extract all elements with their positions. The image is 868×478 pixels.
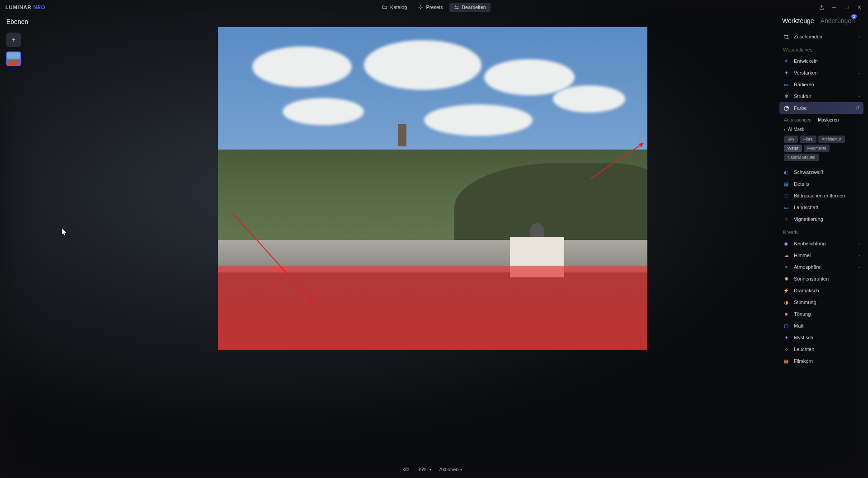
nav-bearbeiten[interactable]: Bearbeiten [449,3,491,12]
modified-dot: • [859,242,860,246]
develop-icon: ☀ [783,58,789,64]
tool-radieren[interactable]: ▭ Radieren [779,79,863,90]
add-layer-button[interactable]: + [6,33,21,47]
tool-label: Vignettierung [794,216,823,222]
tool-label: Stimmung [794,300,816,305]
chip-flora[interactable]: Flora [800,136,816,143]
chip-natural-ground[interactable]: Natural Ground [784,154,819,161]
cloud [553,85,625,112]
nav-katalog[interactable]: Katalog [377,3,411,12]
chip-sky[interactable]: Sky [784,136,798,143]
nav-presets-label: Presets [426,5,443,10]
tool-landschaft[interactable]: ▭ Landschaft [779,202,863,213]
tool-matt[interactable]: ▢ Matt [779,320,863,332]
maximize-button[interactable]: □ [844,4,850,10]
tab-werkzeuge[interactable]: Werkzeuge [782,17,814,24]
color-icon [783,105,789,111]
image-canvas[interactable] [218,27,647,350]
topbar: LUMINAR NEO Katalog Presets Bearbeiten ─… [0,0,868,14]
tool-sonnenstrahlen[interactable]: ✺ Sonnenstrahlen [779,273,863,285]
tool-entwickeln[interactable]: ☀ Entwickeln [779,55,863,67]
canvas-area: 35% ▾ Aktionen ▾ [88,14,778,478]
tool-label: Struktur [794,94,811,99]
share-icon[interactable] [818,4,825,10]
tool-vignettierung[interactable]: ○ Vignettierung [779,213,863,225]
actions-menu[interactable]: Aktionen ▾ [439,467,462,472]
logo-suffix: NEO [33,5,46,10]
tool-label: Matt [794,323,803,328]
tool-stimmung[interactable]: ◑ Stimmung [779,296,863,308]
tool-details[interactable]: ▦ Details [779,178,863,190]
layers-title: Ebenen [6,18,81,25]
reset-icon[interactable]: ↺ [855,105,860,111]
modified-dot: • [859,71,860,75]
chip-architektur[interactable]: Architektur [818,136,845,143]
tool-bildrauschen[interactable]: □ Bildrauschen entfernen [779,190,863,202]
tool-label: Leuchten [794,347,814,352]
tool-mystisch[interactable]: ✦ Mystisch [779,332,863,343]
tool-farbe[interactable]: Farbe ↺ [779,102,863,114]
tool-label: Neubelichtung [794,241,826,246]
tool-label: Dramatisch [794,288,819,293]
tool-label: Zuschneiden [794,34,822,39]
tool-label: Himmel [794,253,811,258]
top-nav: Katalog Presets Bearbeiten [377,3,491,12]
tool-himmel[interactable]: ☁ Himmel • [779,249,863,261]
glow-icon: ✧ [783,346,789,352]
zoom-level[interactable]: 35% ▾ [418,467,431,472]
modified-dot: • [859,94,860,98]
cloud [364,40,481,90]
tower-shape [398,124,406,146]
chevron-down-icon: ▾ [460,468,462,472]
vignette-icon: ○ [783,216,789,222]
ai-mask-back[interactable]: ‹ AI Mask [784,127,859,136]
tool-dramatisch[interactable]: ⚡ Dramatisch [779,285,863,296]
tool-verstaerken[interactable]: ✦ Verstärken • [779,67,863,79]
svg-point-0 [406,469,407,470]
chevron-down-icon: ▾ [429,468,431,472]
bw-icon: ◐ [783,169,789,175]
subtab-anpassungen[interactable]: Anpassungen [784,117,811,122]
tool-struktur[interactable]: ❄ Struktur • [779,90,863,102]
tool-filmkorn[interactable]: ▦ Filmkorn [779,355,863,367]
water-mask-overlay [218,266,647,350]
denoise-icon: □ [783,192,789,199]
mystical-icon: ✦ [783,334,789,341]
farbe-subpanel: Anpassungen Maskieren ‹ AI Mask Sky Flor… [779,114,863,166]
folder-icon [382,5,387,10]
canvas-bottom-bar: 35% ▾ Aktionen ▾ [403,466,462,473]
tool-toenung[interactable]: ■ Tönung [779,308,863,320]
sparkle-icon [418,5,423,10]
tool-label: Landschaft [794,205,818,210]
logo-text: LUMINAR [5,5,32,10]
tool-label: Radieren [794,82,814,87]
layer-thumbnail[interactable] [6,52,21,66]
nav-presets[interactable]: Presets [413,3,447,12]
tool-label: Bildrauschen entfernen [794,193,845,198]
modified-dot: • [859,35,860,39]
dramatic-icon: ⚡ [783,287,789,294]
tool-neubelichtung[interactable]: ◉ Neubelichtung • [779,238,863,249]
minimize-button[interactable]: ─ [831,4,837,10]
tool-atmosphaere[interactable]: ≡ Atmosphäre • [779,261,863,273]
visibility-toggle[interactable] [403,466,410,473]
tool-leuchten[interactable]: ✧ Leuchten [779,343,863,355]
tool-label: Details [794,181,809,187]
subtab-maskieren[interactable]: Maskieren [818,117,839,122]
tool-zuschneiden[interactable]: Zuschneiden • [779,31,863,42]
chip-mountains[interactable]: Mountains [804,145,830,152]
tool-schwarzweiss[interactable]: ◐ Schwarzweiß [779,166,863,178]
landscape-icon: ▭ [783,204,789,211]
ai-mask-label: AI Mask [788,127,804,132]
farbe-subtabs: Anpassungen Maskieren [784,116,859,127]
right-tabs: Werkzeuge Änderungen2 [779,17,863,24]
section-wesentliches: Wesentliches [779,42,863,55]
nav-bearbeiten-label: Bearbeiten [462,5,486,10]
changes-badge: 2 [851,14,857,19]
tab-aenderungen[interactable]: Änderungen2 [821,17,855,24]
chip-water[interactable]: Water [784,145,802,152]
close-button[interactable]: ✕ [856,4,863,10]
details-icon: ▦ [783,181,789,187]
chevron-left-icon: ‹ [784,127,785,132]
relight-icon: ◉ [783,240,789,247]
